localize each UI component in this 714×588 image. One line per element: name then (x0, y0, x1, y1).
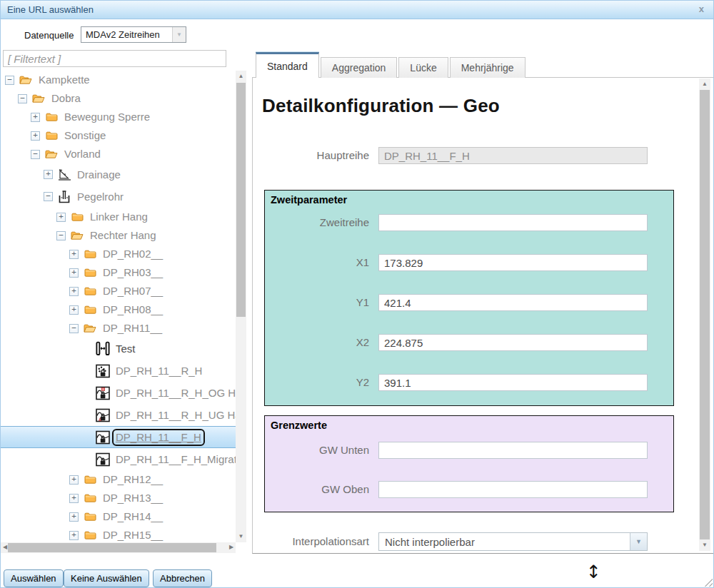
resize-grip-icon[interactable] (703, 577, 713, 587)
chevron-down-icon[interactable]: ▼ (172, 27, 186, 42)
tree-item-label[interactable]: Sonstige (62, 128, 108, 143)
tree-item[interactable]: −Dobra (1, 89, 236, 108)
collapse-minus-icon[interactable]: − (31, 150, 40, 159)
tree-item-label[interactable]: DP_RH07__ (101, 284, 165, 298)
abbrechen-button[interactable]: Abbrechen (153, 569, 212, 587)
tree-item-label[interactable]: Drainage (75, 168, 123, 182)
tree-item-label[interactable]: DP_RH11__ (101, 321, 164, 335)
tree-item-label[interactable]: DP_RH12__ (101, 472, 165, 487)
expand-plus-icon[interactable]: + (69, 494, 79, 503)
expand-plus-icon[interactable]: + (56, 213, 66, 222)
expand-plus-icon[interactable]: + (69, 475, 79, 485)
tree-item-label[interactable]: DP_RH14__ (101, 510, 165, 524)
scrollbar-thumb[interactable] (236, 83, 246, 317)
expand-plus-icon[interactable]: + (69, 531, 79, 540)
tree-item-label[interactable]: DP_RH_11__R_H_UG Han (114, 408, 236, 422)
expand-plus-icon[interactable]: + (69, 305, 79, 315)
scroll-up-icon[interactable]: ▲ (699, 81, 710, 87)
scroll-right-icon[interactable]: ▶ (228, 544, 235, 550)
filter-input[interactable] (3, 50, 226, 67)
tree-item[interactable]: +Sonstige (1, 126, 236, 145)
expand-plus-icon[interactable]: + (69, 287, 79, 296)
x1-input[interactable] (378, 254, 648, 271)
tree-item-label[interactable]: DP_RH08__ (101, 303, 165, 317)
tree-item-label[interactable]: Bewegung Sperre (62, 110, 152, 124)
tree-item[interactable]: DP_RH_11__F_H_Migrated (1, 448, 236, 470)
collapse-minus-icon[interactable]: − (5, 76, 14, 85)
tree-item-label[interactable]: DP_RH13__ (101, 491, 165, 505)
tree-item-label[interactable]: Rechter Hang (88, 228, 159, 243)
tree-item[interactable]: DP_RH_11__R_H_OG Han (1, 382, 236, 404)
expand-plus-icon[interactable]: + (31, 113, 40, 122)
collapse-minus-icon[interactable]: − (69, 324, 79, 333)
tree-item-label[interactable]: Pegelrohr (75, 190, 126, 204)
tree-item-label[interactable]: Test (114, 342, 138, 356)
expand-plus-icon[interactable]: + (69, 512, 79, 522)
tab-mehrjährige[interactable]: Mehrjährige (450, 57, 526, 78)
scrollbar-thumb[interactable] (700, 90, 710, 539)
tree-item[interactable]: +DP_RH14__ (1, 507, 236, 526)
tree-vertical-scrollbar[interactable]: ▲ ▼ (236, 71, 246, 542)
chevron-down-icon[interactable]: ▼ (630, 533, 647, 550)
gw-oben-input[interactable] (378, 481, 648, 498)
tree-item[interactable]: DP_RH_11__R_H_UG Han (1, 404, 236, 426)
tree-item-label[interactable]: Kampkette (36, 73, 92, 87)
tree-item-label[interactable]: DP_RH03__ (101, 265, 165, 280)
y2-input[interactable] (378, 374, 648, 391)
scroll-down-icon[interactable]: ▼ (236, 534, 246, 539)
collapse-minus-icon[interactable]: − (44, 192, 53, 201)
x2-input[interactable] (378, 334, 648, 351)
collapse-minus-icon[interactable]: − (18, 94, 27, 103)
gw-unten-input[interactable] (378, 442, 648, 459)
tree-item[interactable]: −Pegelrohr (1, 186, 236, 208)
panel-vertical-scrollbar[interactable]: ▲ ▼ (699, 78, 710, 551)
tree-item-label[interactable]: DP_RH15__ (101, 528, 165, 542)
zweitreihe-input[interactable] (378, 214, 648, 231)
tree-item[interactable]: +DP_RH12__ (1, 470, 236, 489)
tree-item[interactable]: +DP_RH02__ (1, 245, 236, 263)
tree-item-label[interactable]: Linker Hang (88, 210, 150, 224)
tree-item-label[interactable]: Vorland (62, 147, 103, 161)
tree-item-label[interactable]: Dobra (49, 91, 83, 106)
tree-item[interactable]: −Vorland (1, 145, 236, 163)
tree-item[interactable]: −DP_RH11__ (1, 319, 236, 338)
expand-plus-icon[interactable]: + (44, 170, 53, 179)
tree-item-label[interactable]: DP_RH_11__F_H_Migrated (114, 452, 236, 467)
expand-plus-icon[interactable]: + (69, 250, 79, 259)
tree-item-label[interactable]: DP_RH_11__F_H (114, 430, 203, 445)
mouse-cursor-vertical-resize-icon: ↕ (586, 562, 601, 582)
tree-item[interactable]: +Linker Hang (1, 208, 236, 226)
tree-item[interactable]: +DP_RH15__ (1, 526, 236, 542)
datasource-combobox[interactable]: MDAv2 Zeitreihen ▼ (81, 26, 186, 43)
tree-item[interactable]: DP_RH_11__R_H (1, 360, 236, 382)
tree-item[interactable]: −Kampkette (1, 71, 236, 89)
tab-aggregation[interactable]: Aggregation (321, 57, 398, 78)
tab-standard[interactable]: Standard (256, 52, 319, 78)
y1-input[interactable] (378, 294, 648, 311)
scrollbar-thumb[interactable] (8, 543, 216, 552)
expand-plus-icon[interactable]: + (31, 131, 40, 141)
tree-item[interactable]: +DP_RH03__ (1, 263, 236, 282)
keine-auswaehlen-button[interactable]: Keine Auswählen (64, 569, 149, 587)
tree-item[interactable]: +Drainage (1, 163, 236, 186)
tree-item[interactable]: −Rechter Hang (1, 226, 236, 245)
tree-item[interactable]: Test (1, 338, 236, 360)
tree-item-label[interactable]: DP_RH02__ (101, 247, 165, 261)
scroll-up-icon[interactable]: ▲ (236, 74, 246, 79)
folder-closed-icon (82, 268, 98, 278)
auswaehlen-button[interactable]: Auswählen (4, 569, 64, 587)
scroll-down-icon[interactable]: ▼ (699, 542, 710, 548)
interpolationsart-select[interactable]: Nicht interpolierbar ▼ (378, 532, 648, 551)
tree-item[interactable]: DP_RH_11__F_H (1, 426, 236, 448)
tree-item-label[interactable]: DP_RH_11__R_H_OG Han (114, 386, 236, 400)
expand-plus-icon[interactable]: + (69, 268, 79, 278)
tree-item[interactable]: +DP_RH07__ (1, 282, 236, 300)
tree-item[interactable]: +DP_RH13__ (1, 489, 236, 507)
collapse-minus-icon[interactable]: − (56, 231, 66, 240)
tree-item[interactable]: +Bewegung Sperre (1, 108, 236, 126)
tree-item[interactable]: +DP_RH08__ (1, 300, 236, 319)
tree-item-label[interactable]: DP_RH_11__R_H (114, 364, 204, 378)
tree-horizontal-scrollbar[interactable]: ◀ ▶ (1, 542, 236, 553)
tab-lücke[interactable]: Lücke (398, 57, 448, 78)
close-icon[interactable]: x (699, 4, 704, 15)
